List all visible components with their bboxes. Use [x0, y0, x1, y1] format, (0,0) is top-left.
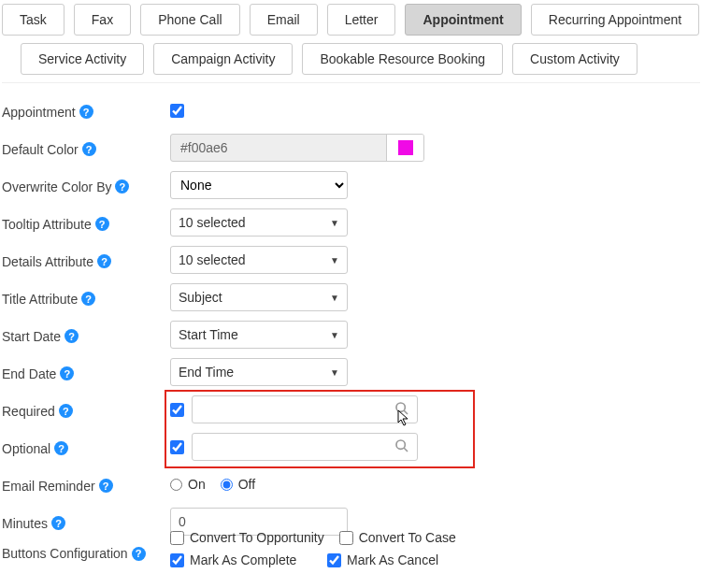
email-reminder-off[interactable]: Off	[221, 477, 255, 492]
section-divider	[2, 82, 700, 83]
tab-phone-call[interactable]: Phone Call	[140, 4, 240, 36]
default-color-group: #f00ae6	[170, 134, 424, 162]
default-color-label: Default Color	[2, 142, 79, 157]
overwrite-color-by-select[interactable]: None	[170, 171, 348, 199]
optional-lookup[interactable]	[192, 433, 418, 461]
tab-letter[interactable]: Letter	[327, 4, 396, 36]
required-lookup[interactable]	[192, 395, 418, 423]
tab-email[interactable]: Email	[250, 4, 318, 36]
default-color-hex: #f00ae6	[171, 135, 386, 161]
tab-fax[interactable]: Fax	[74, 4, 131, 36]
end-date-label: End Date	[2, 366, 56, 381]
convert-to-case[interactable]: Convert To Case	[339, 530, 456, 545]
convert-to-opportunity[interactable]: Convert To Opportunity	[170, 530, 324, 545]
help-icon[interactable]: ?	[60, 366, 74, 380]
title-attribute-select[interactable]: Subject ▼	[170, 283, 348, 311]
caret-down-icon: ▼	[330, 330, 339, 340]
caret-down-icon: ▼	[330, 367, 339, 378]
tab-service-activity[interactable]: Service Activity	[21, 43, 144, 75]
help-icon[interactable]: ?	[82, 142, 96, 156]
help-icon[interactable]: ?	[51, 516, 65, 530]
mark-as-cancel[interactable]: Mark As Cancel	[327, 552, 438, 567]
svg-line-3	[404, 448, 408, 452]
tab-recurring-appointment[interactable]: Recurring Appointment	[531, 4, 699, 36]
help-icon[interactable]: ?	[132, 547, 146, 561]
tab-appointment[interactable]: Appointment	[405, 4, 521, 36]
tab-bookable-resource-booking[interactable]: Bookable Resource Booking	[302, 43, 503, 75]
appointment-checkbox[interactable]	[170, 104, 184, 118]
tab-custom-activity[interactable]: Custom Activity	[512, 43, 638, 75]
caret-down-icon: ▼	[330, 293, 339, 303]
optional-label: Optional	[2, 441, 50, 456]
tab-campaign-activity[interactable]: Campaign Activity	[153, 43, 293, 75]
help-icon[interactable]: ?	[64, 329, 79, 343]
end-date-select[interactable]: End Time ▼	[170, 358, 348, 386]
help-icon[interactable]: ?	[99, 479, 113, 493]
help-icon[interactable]: ?	[81, 292, 95, 306]
details-attribute-label: Details Attribute	[2, 254, 93, 269]
activity-tabs-row2: Service ActivityCampaign ActivityBookabl…	[21, 43, 700, 75]
start-date-select[interactable]: Start Time ▼	[170, 321, 348, 349]
help-icon[interactable]: ?	[115, 179, 129, 194]
tooltip-attribute-label: Tooltip Attribute	[2, 217, 92, 232]
minutes-label: Minutes	[2, 516, 48, 531]
activity-tabs-row1: TaskFaxPhone CallEmailLetterAppointmentR…	[2, 4, 700, 36]
appointment-label: Appointment	[2, 105, 76, 120]
svg-point-0	[396, 403, 405, 411]
color-swatch	[398, 140, 413, 155]
help-icon[interactable]: ?	[95, 217, 109, 231]
help-icon[interactable]: ?	[79, 105, 93, 119]
caret-down-icon: ▼	[330, 255, 339, 265]
mark-as-complete[interactable]: Mark As Complete	[170, 552, 312, 567]
search-icon	[394, 438, 409, 456]
search-icon	[394, 401, 409, 419]
required-checkbox[interactable]	[170, 403, 184, 417]
svg-line-1	[404, 410, 408, 414]
help-icon[interactable]: ?	[97, 254, 111, 268]
overwrite-color-by-label: Overwrite Color By	[2, 179, 111, 194]
title-attribute-label: Title Attribute	[2, 292, 78, 307]
tooltip-attribute-select[interactable]: 10 selected ▼	[170, 208, 348, 237]
details-attribute-select[interactable]: 10 selected ▼	[170, 246, 348, 274]
email-reminder-label: Email Reminder	[2, 479, 95, 494]
help-icon[interactable]: ?	[54, 441, 68, 455]
buttons-configuration-label: Buttons Configuration	[2, 546, 128, 561]
color-swatch-button[interactable]	[386, 135, 423, 161]
start-date-label: Start Date	[2, 329, 61, 344]
tab-task[interactable]: Task	[2, 4, 64, 36]
optional-checkbox[interactable]	[170, 440, 184, 454]
required-label: Required	[2, 404, 55, 419]
caret-down-icon: ▼	[330, 218, 339, 228]
help-icon[interactable]: ?	[59, 404, 73, 418]
svg-point-2	[396, 440, 405, 449]
email-reminder-on[interactable]: On	[170, 477, 206, 492]
